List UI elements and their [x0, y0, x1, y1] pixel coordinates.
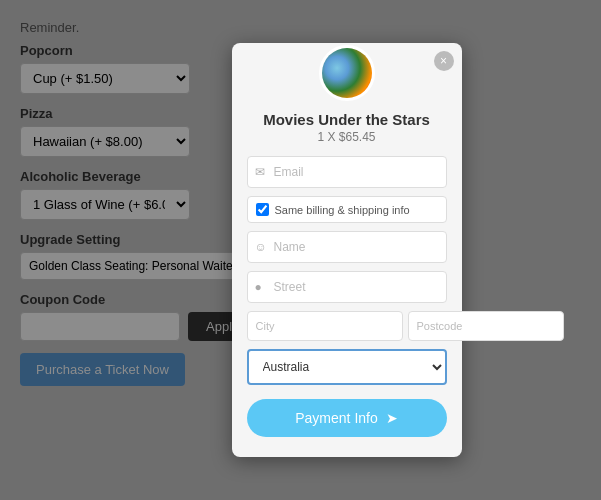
- city-input[interactable]: [247, 311, 403, 341]
- same-billing-checkbox[interactable]: [256, 203, 269, 216]
- modal-title: Movies Under the Stars: [247, 111, 447, 128]
- payment-btn-label: Payment Info: [295, 410, 378, 426]
- avatar-image: [322, 48, 372, 98]
- street-field-container: ●: [247, 271, 447, 303]
- billing-shipping-row: Same billing & shipping info: [247, 196, 447, 223]
- email-field-container: ✉: [247, 156, 447, 188]
- payment-info-button[interactable]: Payment Info ➤: [247, 399, 447, 437]
- event-avatar: [319, 45, 375, 101]
- modal-close-button[interactable]: ×: [434, 51, 454, 71]
- postcode-input[interactable]: [408, 311, 564, 341]
- country-select[interactable]: AustraliaUnited StatesUnited KingdomCana…: [247, 349, 447, 385]
- payment-arrow-icon: ➤: [386, 410, 398, 426]
- city-postcode-row: [247, 311, 447, 341]
- name-field-container: ☺: [247, 231, 447, 263]
- street-input[interactable]: [247, 271, 447, 303]
- email-icon: ✉: [255, 165, 265, 179]
- modal-avatar-container: [232, 45, 462, 101]
- billing-checkbox-label: Same billing & shipping info: [275, 204, 410, 216]
- modal-subtitle: 1 X $65.45: [247, 130, 447, 144]
- person-icon: ☺: [255, 240, 267, 254]
- email-input[interactable]: [247, 156, 447, 188]
- ticket-modal: × Movies Under the Stars 1 X $65.45 ✉ Sa…: [232, 43, 462, 457]
- modal-body: ✉ Same billing & shipping info ☺ ● Austr…: [232, 156, 462, 437]
- name-input[interactable]: [247, 231, 447, 263]
- modal-header: Movies Under the Stars 1 X $65.45: [232, 111, 462, 156]
- location-icon: ●: [255, 280, 262, 294]
